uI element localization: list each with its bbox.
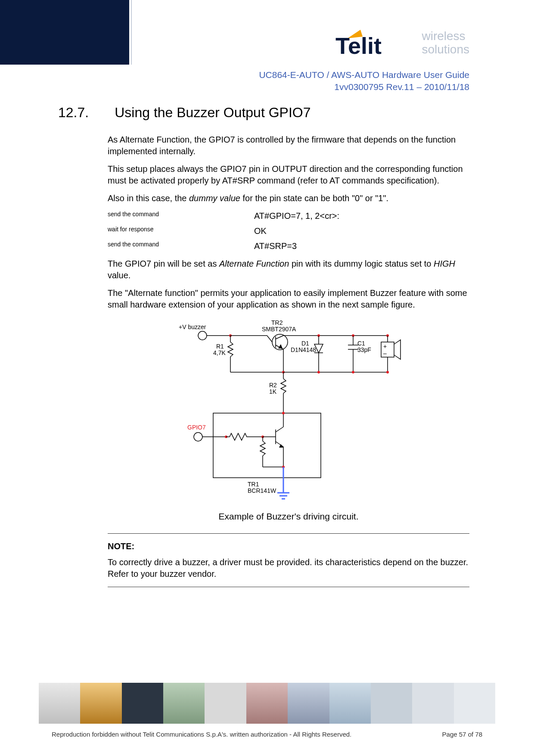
svg-line-47 <box>276 427 283 432</box>
circuit-figure: .w{stroke:#000;stroke-width:1.5;fill:non… <box>172 318 405 504</box>
p4b: Alternate Function <box>219 259 289 268</box>
svg-line-10 <box>267 336 272 342</box>
footer-line: Reproduction forbidden without Telit Com… <box>52 730 482 739</box>
cmd1-label: send the command <box>108 210 254 222</box>
tr1-part: BCR141W <box>248 487 276 494</box>
d1-label: D1 <box>301 340 309 347</box>
vbuzzer-label: +V buzzer <box>179 324 206 330</box>
svg-line-6 <box>276 336 283 339</box>
tr1-label: TR1 <box>248 481 259 488</box>
para-5: The "Alternate function" permits your ap… <box>108 287 469 311</box>
note-heading: NOTE: <box>108 541 469 552</box>
content-area: 12.7. Using the Buzzer Output GPIO7 As A… <box>58 103 469 587</box>
buzzer-plus: + <box>383 343 387 350</box>
p3b: dummy value <box>189 193 240 203</box>
para-3: Also in this case, the dummy value for t… <box>108 193 469 204</box>
figure-caption: Example of Buzzer's driving circuit. <box>108 510 469 523</box>
r1-val: 4,7K <box>213 349 226 356</box>
cmd-row-3: send the command AT#SRP=3 <box>108 240 469 252</box>
note-body: To correctly drive a buzzer, a driver mu… <box>108 557 469 580</box>
p3c: for the pin state can be both "0" or "1"… <box>240 193 388 203</box>
para-4: The GPIO7 pin will be set as Alternate F… <box>108 258 469 281</box>
doc-revision: 1vv0300795 Rev.11 – 2010/11/18 <box>259 81 469 93</box>
tr2-part: SMBT2907A <box>262 326 296 333</box>
footer-thumb <box>163 683 205 724</box>
svg-marker-9 <box>278 344 283 348</box>
cmd2-label: wait for response <box>108 225 254 237</box>
tr2-label: TR2 <box>271 319 283 326</box>
footer-thumb <box>454 683 495 724</box>
footer-thumb <box>288 683 329 724</box>
section-heading: 12.7. Using the Buzzer Output GPIO7 <box>58 103 469 122</box>
cmd1-value: AT#GPIO=7, 1, 2<cr>: <box>254 210 339 222</box>
footer-thumb <box>205 683 246 724</box>
footer-image-strip <box>39 683 495 724</box>
section-title: Using the Buzzer Output GPIO7 <box>115 103 310 122</box>
d1-part: D1N4148 <box>291 346 316 353</box>
para-1: As Alternate Function, the GPIO7 is cont… <box>108 134 469 157</box>
para-2: This setup places always the GPIO7 pin i… <box>108 163 469 187</box>
svg-line-48 <box>276 442 283 447</box>
doc-meta: UC864-E-AUTO / AWS-AUTO Hardware User Gu… <box>259 69 469 93</box>
c1-val: 33pF <box>357 346 371 353</box>
logo-text: Telit <box>335 33 382 59</box>
cmd-row-1: send the command AT#GPIO=7, 1, 2<cr>: <box>108 210 469 222</box>
cmd2-value: OK <box>254 225 267 237</box>
svg-point-0 <box>198 331 207 340</box>
svg-point-33 <box>352 371 354 373</box>
note-block: NOTE: To correctly drive a buzzer, a dri… <box>108 533 469 587</box>
gpio7-label: GPIO7 <box>187 424 206 431</box>
header-dark-block <box>0 0 129 65</box>
header-vertical-rule <box>131 0 132 65</box>
svg-point-38 <box>194 432 202 441</box>
p4d: HIGH <box>434 259 455 268</box>
svg-rect-37 <box>213 413 321 478</box>
r2-val: 1K <box>269 388 277 395</box>
tagline-line1: wireless <box>422 30 469 43</box>
r2-label: R2 <box>269 382 277 389</box>
svg-point-34 <box>386 371 389 373</box>
footer-thumb <box>329 683 371 724</box>
telit-logo: Telit <box>335 24 413 62</box>
body-text: As Alternate Function, the GPIO7 is cont… <box>108 134 469 587</box>
section-number: 12.7. <box>58 103 89 122</box>
cmd3-value: AT#SRP=3 <box>254 240 297 252</box>
svg-point-32 <box>317 371 320 373</box>
cmd-row-2: wait for response OK <box>108 225 469 237</box>
tagline-line2: solutions <box>422 43 469 56</box>
footer-thumb <box>246 683 288 724</box>
footer-thumb <box>412 683 453 724</box>
tagline: wireless solutions <box>422 30 469 56</box>
footer-thumb <box>122 683 163 724</box>
p4c: pin with its dummy logic status set to <box>289 259 434 268</box>
footer-page: Page 57 of 78 <box>442 730 482 739</box>
footer-thumb <box>39 683 80 724</box>
p3a: Also in this case, the <box>108 193 189 203</box>
footer-thumb <box>371 683 412 724</box>
footer-thumb <box>80 683 121 724</box>
svg-point-51 <box>282 412 285 414</box>
buzzer-minus: – <box>383 350 387 357</box>
p4e: value. <box>108 271 130 280</box>
logo-area: Telit wireless solutions <box>335 24 469 62</box>
p4a: The GPIO7 pin will be set as <box>108 259 219 268</box>
footer-copyright: Reproduction forbidden without Telit Com… <box>52 730 351 739</box>
doc-title: UC864-E-AUTO / AWS-AUTO Hardware User Gu… <box>259 69 469 81</box>
r1-label: R1 <box>216 343 224 350</box>
c1-label: C1 <box>357 340 365 347</box>
cmd3-label: send the command <box>108 240 254 252</box>
